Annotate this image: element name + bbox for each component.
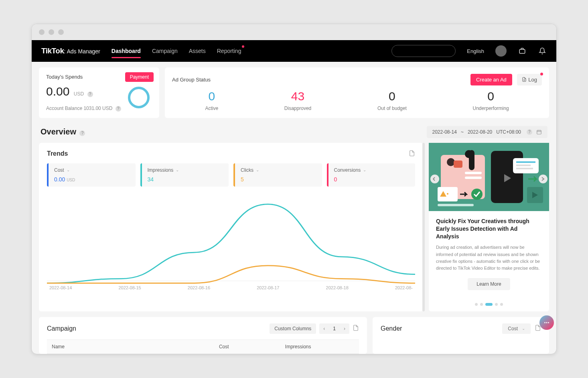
bell-icon[interactable]: [538, 47, 547, 55]
chevron-down-icon: ⌄: [256, 168, 259, 172]
gender-card: Gender Cost ⌄: [373, 317, 549, 354]
nav-dashboard[interactable]: Dashboard: [112, 41, 141, 61]
briefcase-icon[interactable]: [518, 47, 527, 55]
trend-metric[interactable]: Cost ⌄0.00 USD: [47, 163, 136, 187]
status-label: Active: [205, 106, 218, 111]
search-input[interactable]: [391, 45, 456, 57]
create-ad-button[interactable]: Create an Ad: [470, 74, 512, 85]
svg-rect-22: [465, 177, 482, 179]
spend-currency: USD: [74, 91, 84, 97]
promo-card: Quickly Fix Your Creatives through Early…: [429, 143, 549, 311]
svg-rect-1: [537, 130, 541, 134]
xaxis-tick: 2022-08-14: [49, 285, 72, 290]
nav-reporting-label: Reporting: [217, 48, 241, 54]
log-button[interactable]: Log: [517, 74, 542, 85]
notification-dot-icon: [242, 45, 244, 48]
col-name: Name: [47, 340, 168, 354]
window-max-dot[interactable]: [58, 29, 64, 35]
trends-chart: [47, 193, 415, 285]
svg-point-26: [546, 322, 547, 323]
brand: TikTok: Ads Manager: [41, 47, 100, 55]
chevron-down-icon: ⌄: [363, 168, 366, 172]
log-label: Log: [528, 77, 537, 83]
balance-text: Account Balance 1031.00 USD: [46, 106, 112, 111]
top-nav: TikTok: Ads Manager Dashboard Campaign A…: [32, 40, 556, 62]
brand-sub: : Ads Manager: [64, 48, 100, 55]
status-number: 0: [205, 89, 218, 103]
payment-button[interactable]: Payment: [125, 72, 154, 82]
page-next-button[interactable]: ›: [340, 323, 349, 334]
campaign-table-header: Name Cost Impressions: [47, 339, 359, 354]
learn-more-button[interactable]: Learn More: [468, 278, 510, 290]
svg-point-20: [465, 150, 473, 158]
scrollbar[interactable]: [422, 143, 425, 311]
gender-metric-label: Cost: [508, 326, 518, 331]
chevron-down-icon: ⌄: [176, 168, 179, 172]
svg-point-12: [447, 193, 448, 195]
promo-illustration: [429, 143, 549, 211]
export-icon[interactable]: [409, 150, 415, 158]
status-number: 0: [473, 89, 509, 103]
overview-title: Overview: [41, 127, 76, 136]
overview-heading: Overview ?: [41, 127, 85, 136]
page-number: 1: [329, 323, 340, 334]
brand-name: TikTok: [41, 47, 64, 55]
nav-assets[interactable]: Assets: [189, 41, 206, 61]
help-icon[interactable]: ?: [79, 130, 85, 136]
trends-title: Trends: [47, 150, 68, 157]
nav-reporting[interactable]: Reporting: [217, 41, 241, 61]
svg-rect-14: [438, 204, 474, 206]
status-number: 0: [377, 89, 407, 103]
svg-rect-21: [465, 172, 482, 174]
trend-metric[interactable]: Conversions ⌄0: [327, 163, 416, 187]
metric-label: Conversions ⌄: [334, 167, 410, 173]
spend-ring-chart: [128, 87, 150, 108]
svg-point-27: [548, 322, 549, 323]
metric-label: Clicks ⌄: [241, 167, 316, 173]
svg-point-16: [539, 175, 547, 183]
pager: ‹ 1 ›: [319, 323, 349, 334]
export-icon[interactable]: [353, 325, 359, 332]
page-prev-button[interactable]: ‹: [319, 323, 329, 334]
carousel-dots[interactable]: [429, 300, 549, 311]
xaxis-tick: 2022-08-: [395, 285, 413, 290]
xaxis-tick: 2022-08-17: [257, 285, 279, 290]
status-item[interactable]: 0Active: [205, 89, 218, 111]
xaxis-tick: 2022-08-18: [326, 285, 349, 290]
status-item[interactable]: 0Underperforming: [473, 89, 509, 111]
campaign-card: Campaign Custom Columns ‹ 1 › Name Cost: [39, 317, 367, 354]
col-impressions: Impressions: [234, 340, 316, 354]
status-number: 43: [284, 89, 311, 103]
window-min-dot[interactable]: [49, 29, 54, 35]
date-range-picker[interactable]: 2022-08-14 ~ 2022-08-20 UTC+08:00 ?: [427, 126, 548, 138]
svg-point-25: [544, 322, 545, 323]
help-icon[interactable]: ?: [116, 106, 121, 112]
language-select[interactable]: English: [467, 48, 484, 54]
window-close-dot[interactable]: [39, 29, 45, 35]
status-item[interactable]: 0Out of budget: [377, 89, 407, 111]
campaign-title: Campaign: [47, 325, 76, 332]
avatar[interactable]: [495, 45, 507, 57]
nav-campaign[interactable]: Campaign: [152, 41, 178, 61]
chevron-down-icon: ⌄: [522, 326, 525, 331]
trend-metric[interactable]: Impressions ⌄34: [140, 163, 229, 187]
svg-rect-0: [519, 50, 525, 54]
metric-value: 34: [148, 176, 223, 183]
date-to: 2022-08-20: [468, 129, 492, 135]
status-item[interactable]: 43Disapproved: [284, 89, 311, 111]
trends-card: Trends Cost ⌄0.00 USDImpressions ⌄34Clic…: [39, 143, 423, 311]
chevron-down-icon: ⌄: [67, 168, 70, 172]
chat-help-button[interactable]: [539, 315, 554, 330]
date-from: 2022-08-14: [432, 129, 457, 135]
help-icon[interactable]: ?: [87, 91, 93, 97]
window-titlebar: [32, 24, 556, 40]
todays-spend-card: Today's Spends Payment 0.00 USD ? Accoun…: [39, 67, 159, 118]
trend-metric[interactable]: Clicks ⌄5: [233, 163, 322, 187]
svg-point-15: [430, 175, 439, 183]
custom-columns-button[interactable]: Custom Columns: [270, 323, 316, 334]
metric-label: Impressions ⌄: [148, 167, 223, 173]
metric-value: 0: [334, 176, 410, 183]
promo-desc: During ad creation, all advertisers will…: [436, 244, 542, 271]
date-sep: ~: [461, 129, 464, 135]
gender-metric-select[interactable]: Cost ⌄: [502, 323, 531, 334]
